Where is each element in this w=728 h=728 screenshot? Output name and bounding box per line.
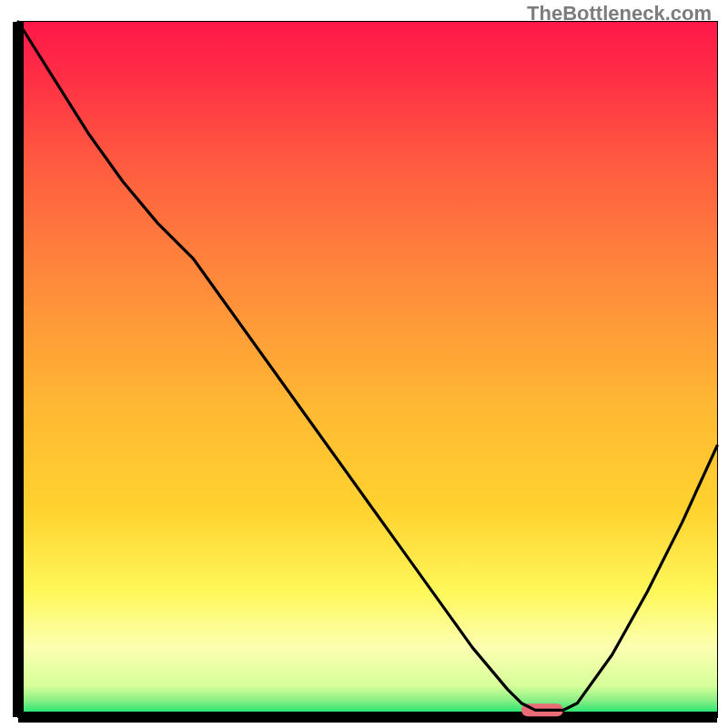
svg-rect-0 [18, 22, 717, 717]
bottleneck-chart: TheBottleneck.com [0, 0, 728, 728]
chart-canvas [0, 0, 728, 728]
watermark-label: TheBottleneck.com [527, 2, 712, 25]
